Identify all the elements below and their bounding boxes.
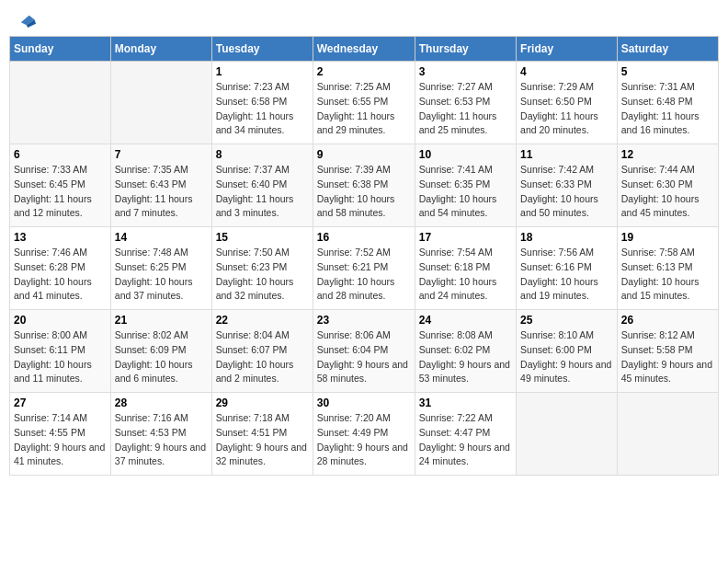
day-number: 8 [216, 148, 309, 161]
day-number: 11 [520, 148, 613, 161]
day-number: 25 [520, 314, 613, 327]
day-cell [617, 393, 718, 476]
day-cell: 19Sunrise: 7:58 AMSunset: 6:13 PMDayligh… [617, 227, 718, 310]
day-number: 1 [216, 65, 309, 78]
day-detail: Sunrise: 7:16 AMSunset: 4:53 PMDaylight:… [115, 411, 208, 469]
day-number: 6 [14, 148, 107, 161]
day-detail: Sunrise: 7:46 AMSunset: 6:28 PMDaylight:… [14, 246, 107, 304]
day-cell: 22Sunrise: 8:04 AMSunset: 6:07 PMDayligh… [211, 310, 313, 393]
day-number: 5 [621, 65, 714, 78]
day-detail: Sunrise: 7:41 AMSunset: 6:35 PMDaylight:… [419, 163, 512, 221]
day-cell: 8Sunrise: 7:37 AMSunset: 6:40 PMDaylight… [211, 144, 313, 227]
day-cell: 3Sunrise: 7:27 AMSunset: 6:53 PMDaylight… [415, 62, 516, 144]
day-cell: 12Sunrise: 7:44 AMSunset: 6:30 PMDayligh… [617, 144, 718, 227]
day-number: 7 [115, 148, 208, 161]
day-detail: Sunrise: 7:54 AMSunset: 6:18 PMDaylight:… [419, 246, 512, 304]
day-number: 3 [419, 65, 512, 78]
day-number: 31 [419, 396, 512, 409]
day-cell: 23Sunrise: 8:06 AMSunset: 6:04 PMDayligh… [313, 310, 415, 393]
logo [14, 14, 36, 27]
day-header-wednesday: Wednesday [313, 37, 415, 62]
logo-bird-icon [16, 10, 36, 30]
day-cell: 7Sunrise: 7:35 AMSunset: 6:43 PMDaylight… [110, 144, 211, 227]
day-number: 26 [621, 314, 714, 327]
day-cell: 13Sunrise: 7:46 AMSunset: 6:28 PMDayligh… [10, 227, 111, 310]
day-detail: Sunrise: 7:48 AMSunset: 6:25 PMDaylight:… [115, 246, 208, 304]
day-detail: Sunrise: 7:29 AMSunset: 6:50 PMDaylight:… [520, 80, 613, 138]
day-number: 24 [419, 314, 512, 327]
header-row: SundayMondayTuesdayWednesdayThursdayFrid… [10, 37, 719, 62]
day-cell: 9Sunrise: 7:39 AMSunset: 6:38 PMDaylight… [313, 144, 415, 227]
day-cell: 21Sunrise: 8:02 AMSunset: 6:09 PMDayligh… [110, 310, 211, 393]
day-cell: 20Sunrise: 8:00 AMSunset: 6:11 PMDayligh… [10, 310, 111, 393]
day-detail: Sunrise: 7:27 AMSunset: 6:53 PMDaylight:… [419, 80, 512, 138]
day-detail: Sunrise: 8:02 AMSunset: 6:09 PMDaylight:… [115, 328, 208, 386]
day-detail: Sunrise: 7:18 AMSunset: 4:51 PMDaylight:… [216, 411, 309, 469]
day-cell: 4Sunrise: 7:29 AMSunset: 6:50 PMDaylight… [517, 62, 618, 144]
day-number: 21 [115, 314, 208, 327]
day-number: 12 [621, 148, 714, 161]
day-cell: 6Sunrise: 7:33 AMSunset: 6:45 PMDaylight… [10, 144, 111, 227]
day-detail: Sunrise: 7:20 AMSunset: 4:49 PMDaylight:… [317, 411, 411, 469]
day-number: 29 [216, 396, 309, 409]
day-detail: Sunrise: 7:25 AMSunset: 6:55 PMDaylight:… [317, 80, 411, 138]
day-detail: Sunrise: 7:44 AMSunset: 6:30 PMDaylight:… [621, 163, 714, 221]
day-cell: 2Sunrise: 7:25 AMSunset: 6:55 PMDaylight… [313, 62, 415, 144]
day-number: 17 [419, 231, 512, 244]
day-number: 19 [621, 231, 714, 244]
day-cell: 31Sunrise: 7:22 AMSunset: 4:47 PMDayligh… [415, 393, 516, 476]
week-row-2: 6Sunrise: 7:33 AMSunset: 6:45 PMDaylight… [10, 144, 719, 227]
day-detail: Sunrise: 7:35 AMSunset: 6:43 PMDaylight:… [115, 163, 208, 221]
day-detail: Sunrise: 8:04 AMSunset: 6:07 PMDaylight:… [216, 328, 309, 386]
week-row-4: 20Sunrise: 8:00 AMSunset: 6:11 PMDayligh… [10, 310, 719, 393]
day-cell: 25Sunrise: 8:10 AMSunset: 6:00 PMDayligh… [517, 310, 618, 393]
day-detail: Sunrise: 7:39 AMSunset: 6:38 PMDaylight:… [317, 163, 411, 221]
day-number: 4 [520, 65, 613, 78]
day-detail: Sunrise: 7:33 AMSunset: 6:45 PMDaylight:… [14, 163, 107, 221]
day-cell [110, 62, 211, 144]
week-row-3: 13Sunrise: 7:46 AMSunset: 6:28 PMDayligh… [10, 227, 719, 310]
day-header-monday: Monday [110, 37, 211, 62]
day-header-thursday: Thursday [415, 37, 516, 62]
day-number: 27 [14, 396, 107, 409]
day-detail: Sunrise: 7:50 AMSunset: 6:23 PMDaylight:… [216, 246, 309, 304]
day-number: 23 [317, 314, 411, 327]
day-detail: Sunrise: 8:00 AMSunset: 6:11 PMDaylight:… [14, 328, 107, 386]
day-cell: 29Sunrise: 7:18 AMSunset: 4:51 PMDayligh… [211, 393, 313, 476]
day-number: 18 [520, 231, 613, 244]
day-detail: Sunrise: 8:10 AMSunset: 6:00 PMDaylight:… [520, 328, 613, 386]
day-cell: 16Sunrise: 7:52 AMSunset: 6:21 PMDayligh… [313, 227, 415, 310]
day-number: 9 [317, 148, 411, 161]
day-number: 2 [317, 65, 411, 78]
page-header [9, 9, 719, 27]
day-cell [10, 62, 111, 144]
day-cell: 18Sunrise: 7:56 AMSunset: 6:16 PMDayligh… [517, 227, 618, 310]
week-row-1: 1Sunrise: 7:23 AMSunset: 6:58 PMDaylight… [10, 62, 719, 144]
day-header-sunday: Sunday [10, 37, 111, 62]
day-cell: 11Sunrise: 7:42 AMSunset: 6:33 PMDayligh… [517, 144, 618, 227]
day-number: 13 [14, 231, 107, 244]
day-number: 10 [419, 148, 512, 161]
day-cell: 26Sunrise: 8:12 AMSunset: 5:58 PMDayligh… [617, 310, 718, 393]
day-detail: Sunrise: 7:37 AMSunset: 6:40 PMDaylight:… [216, 163, 309, 221]
day-cell: 1Sunrise: 7:23 AMSunset: 6:58 PMDaylight… [211, 62, 313, 144]
day-detail: Sunrise: 7:58 AMSunset: 6:13 PMDaylight:… [621, 246, 714, 304]
day-number: 15 [216, 231, 309, 244]
day-cell: 27Sunrise: 7:14 AMSunset: 4:55 PMDayligh… [10, 393, 111, 476]
day-detail: Sunrise: 8:12 AMSunset: 5:58 PMDaylight:… [621, 328, 714, 386]
day-cell: 10Sunrise: 7:41 AMSunset: 6:35 PMDayligh… [415, 144, 516, 227]
day-detail: Sunrise: 7:52 AMSunset: 6:21 PMDaylight:… [317, 246, 411, 304]
day-number: 30 [317, 396, 411, 409]
week-row-5: 27Sunrise: 7:14 AMSunset: 4:55 PMDayligh… [10, 393, 719, 476]
calendar-table: SundayMondayTuesdayWednesdayThursdayFrid… [9, 36, 719, 476]
day-detail: Sunrise: 8:06 AMSunset: 6:04 PMDaylight:… [317, 328, 411, 386]
day-header-tuesday: Tuesday [211, 37, 313, 62]
day-detail: Sunrise: 7:42 AMSunset: 6:33 PMDaylight:… [520, 163, 613, 221]
day-number: 22 [216, 314, 309, 327]
day-detail: Sunrise: 7:14 AMSunset: 4:55 PMDaylight:… [14, 411, 107, 469]
day-cell: 15Sunrise: 7:50 AMSunset: 6:23 PMDayligh… [211, 227, 313, 310]
day-cell: 24Sunrise: 8:08 AMSunset: 6:02 PMDayligh… [415, 310, 516, 393]
day-header-saturday: Saturday [617, 37, 718, 62]
day-cell: 5Sunrise: 7:31 AMSunset: 6:48 PMDaylight… [617, 62, 718, 144]
day-number: 14 [115, 231, 208, 244]
